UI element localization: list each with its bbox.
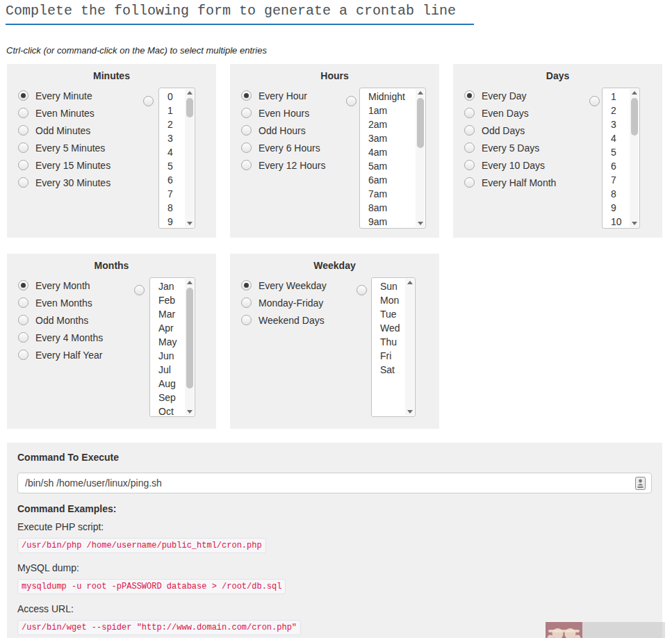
radio-button[interactable] — [18, 315, 28, 325]
radio-button[interactable] — [464, 160, 475, 170]
command-input[interactable] — [17, 473, 652, 493]
scrollbar-thumb[interactable] — [631, 98, 638, 136]
radio-option[interactable]: Every 15 Minutes — [18, 156, 110, 174]
radio-option[interactable]: Even Months — [18, 294, 103, 311]
radio-button[interactable] — [18, 350, 28, 360]
radio-button[interactable] — [241, 125, 252, 136]
radio-label: Every Hour — [259, 90, 307, 101]
list-select-radio[interactable] — [346, 96, 357, 106]
scroll-up-icon[interactable] — [630, 89, 639, 97]
scroll-up-icon[interactable] — [405, 279, 414, 287]
radio-group: Every MinuteEven MinutesOdd MinutesEvery… — [18, 87, 110, 191]
panel-title: Minutes — [7, 64, 216, 81]
example-code-url: /usr/bin/wget --spider "http://www.domai… — [17, 620, 301, 635]
radio-option[interactable]: Odd Minutes — [18, 122, 110, 139]
triangle-up-icon — [407, 281, 413, 284]
radio-label: Even Minutes — [35, 108, 95, 119]
radio-label: Odd Months — [35, 315, 88, 326]
radio-option[interactable]: Every 5 Minutes — [18, 139, 110, 156]
radio-button[interactable] — [18, 297, 28, 308]
radio-label: Every 5 Days — [482, 142, 539, 154]
radio-option[interactable]: Every Weekday — [241, 277, 327, 294]
radio-button[interactable] — [18, 108, 28, 118]
radio-label: Every Weekday — [259, 280, 327, 291]
radio-option[interactable]: Every 4 Months — [18, 329, 103, 346]
scroll-down-icon[interactable] — [185, 407, 194, 416]
radio-button[interactable] — [241, 315, 252, 325]
radio-button[interactable] — [18, 280, 28, 291]
scrollbar[interactable] — [405, 279, 414, 416]
radio-option[interactable]: Every Half Month — [464, 174, 556, 191]
form-autofill-icon[interactable] — [635, 477, 646, 490]
scroll-up-icon[interactable] — [416, 89, 425, 97]
radio-button[interactable] — [464, 90, 475, 101]
scrollbar[interactable] — [630, 89, 639, 227]
radio-button[interactable] — [18, 125, 28, 136]
radio-option[interactable]: Every Day — [464, 87, 556, 104]
radio-button[interactable] — [18, 332, 28, 343]
scroll-down-icon[interactable] — [416, 219, 425, 227]
example-code-mysql: mysqldump -u root -pPASSWORD database > … — [17, 579, 286, 594]
radio-button[interactable] — [241, 90, 252, 101]
multi-select-listbox[interactable]: SunMonTueWedThuFriSat — [371, 277, 416, 417]
radio-label: Every 4 Months — [35, 332, 103, 343]
radio-option[interactable]: Odd Months — [18, 311, 103, 329]
radio-option[interactable]: Every Minute — [18, 87, 110, 104]
radio-label: Every 12 Hours — [259, 160, 325, 171]
scrollbar-thumb[interactable] — [417, 98, 424, 148]
radio-label: Even Hours — [259, 108, 309, 119]
scroll-down-icon[interactable] — [185, 219, 194, 227]
radio-button[interactable] — [241, 280, 252, 291]
radio-option[interactable]: Every 5 Days — [464, 139, 556, 156]
scrollbar[interactable] — [185, 89, 194, 227]
radio-button[interactable] — [18, 160, 28, 170]
radio-button[interactable] — [241, 108, 252, 118]
radio-button[interactable] — [464, 125, 475, 136]
radio-label: Monday-Friday — [259, 297, 323, 309]
radio-button[interactable] — [241, 160, 252, 170]
multi-select-listbox[interactable]: JanFebMarAprMayJunJulAugSepOct — [149, 277, 195, 417]
radio-option[interactable]: Even Hours — [241, 104, 325, 122]
scroll-down-icon[interactable] — [405, 407, 414, 416]
radio-option[interactable]: Every 12 Hours — [241, 156, 325, 174]
scrollbar-thumb[interactable] — [186, 98, 193, 117]
radio-option[interactable]: Every Hour — [241, 87, 325, 104]
multi-select-listbox[interactable]: 0123456789 — [158, 88, 195, 229]
command-examples-title: Command Examples: — [17, 503, 652, 514]
radio-button[interactable] — [18, 90, 28, 101]
radio-option[interactable]: Weekend Days — [241, 311, 327, 329]
list-select-radio[interactable] — [589, 96, 600, 106]
list-select-radio[interactable] — [357, 285, 367, 295]
scroll-up-icon[interactable] — [185, 279, 194, 287]
radio-button[interactable] — [464, 177, 475, 188]
scrollbar-thumb[interactable] — [186, 288, 193, 388]
radio-option[interactable]: Every 6 Hours — [241, 139, 325, 156]
radio-option[interactable]: Every 10 Days — [464, 156, 556, 174]
radio-button[interactable] — [18, 142, 28, 153]
radio-button[interactable] — [18, 177, 28, 188]
multi-select-hint: Ctrl-click (or command-click on the Mac)… — [6, 45, 662, 56]
radio-option[interactable]: Even Days — [464, 104, 556, 122]
scrollbar[interactable] — [185, 279, 194, 416]
panel-title: Weekday — [230, 254, 439, 271]
radio-option[interactable]: Monday-Friday — [241, 294, 327, 311]
radio-option[interactable]: Odd Hours — [241, 122, 325, 139]
scroll-down-icon[interactable] — [630, 219, 639, 227]
radio-option[interactable]: Odd Days — [464, 122, 556, 139]
list-select-radio[interactable] — [134, 285, 145, 295]
radio-option[interactable]: Even Minutes — [18, 104, 110, 122]
radio-group: Every WeekdayMonday-FridayWeekend Days — [241, 277, 327, 329]
radio-button[interactable] — [464, 142, 475, 153]
scrollbar[interactable] — [416, 89, 425, 227]
radio-button[interactable] — [241, 142, 252, 153]
radio-option[interactable]: Every Half Year — [18, 346, 103, 363]
multi-select-listbox[interactable]: Midnight1am2am3am4am5am6am7am8am9am — [359, 88, 426, 229]
list-select-radio[interactable] — [143, 96, 154, 106]
radio-option[interactable]: Every 30 Minutes — [18, 174, 110, 191]
scroll-up-icon[interactable] — [185, 89, 194, 97]
radio-option[interactable]: Every Month — [18, 277, 103, 294]
example-label-url: Access URL: — [17, 603, 652, 614]
multi-select-listbox[interactable]: 12345678910 — [602, 88, 640, 229]
radio-button[interactable] — [241, 297, 252, 308]
radio-button[interactable] — [464, 108, 475, 118]
